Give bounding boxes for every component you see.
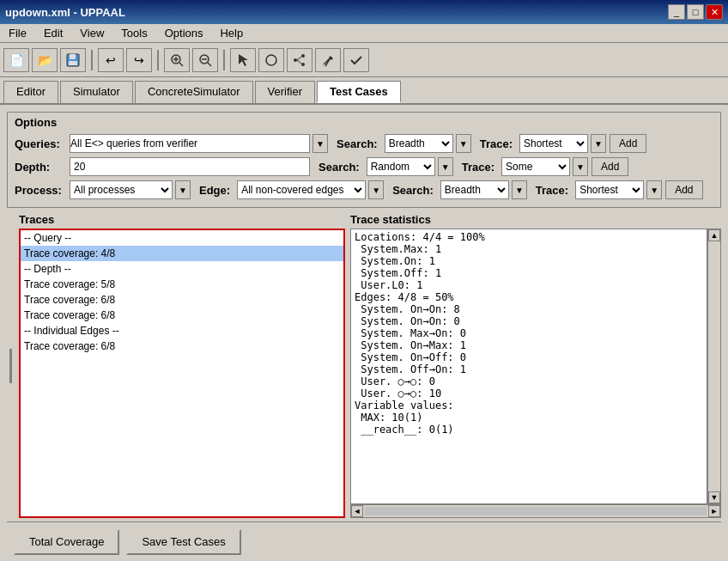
search-dropdown-2[interactable]: ▼	[438, 157, 453, 176]
search-select-1[interactable]: Breadth	[385, 134, 453, 153]
trace-item-2[interactable]: -- Depth --	[21, 261, 343, 277]
trace-label-3: Trace:	[536, 184, 568, 197]
search-dropdown-1[interactable]: ▼	[456, 134, 471, 153]
edge-dropdown[interactable]: ▼	[368, 180, 384, 199]
stat-line-8: System. Max→On: 0	[355, 327, 703, 339]
depth-label: Depth:	[15, 161, 66, 174]
stat-line-15: MAX: 10(1)	[355, 412, 703, 424]
tab-concrete-simulator[interactable]: ConcreteSimulator	[135, 81, 253, 103]
tab-simulator[interactable]: Simulator	[60, 81, 133, 103]
stat-line-10: System. On→Off: 0	[355, 351, 703, 363]
menu-file[interactable]: File	[3, 25, 32, 41]
trace-label-1: Trace:	[480, 137, 513, 150]
stat-line-1: System.Max: 1	[355, 243, 703, 255]
trace-item-4[interactable]: Trace coverage: 6/8	[21, 292, 343, 308]
search-label-1: Search:	[337, 137, 378, 150]
svg-marker-10	[239, 54, 248, 66]
menu-edit[interactable]: Edit	[39, 25, 68, 41]
search-select-2[interactable]: Random	[367, 157, 435, 176]
add-button-3[interactable]: Add	[665, 180, 702, 199]
add-button-1[interactable]: Add	[610, 134, 646, 153]
trace-item-0[interactable]: -- Query --	[21, 230, 343, 246]
menu-options[interactable]: Options	[160, 25, 209, 41]
toolbar-open[interactable]: 📂	[32, 48, 58, 72]
toolbar: 📄 📂 ↩ ↪	[0, 43, 728, 77]
stat-line-5: Edges: 4/8 = 50%	[355, 291, 703, 303]
toolbar-sep1	[91, 50, 93, 70]
queries-dropdown[interactable]: ▼	[312, 134, 328, 153]
window-controls: _ □ ✕	[668, 4, 723, 20]
depth-input[interactable]	[70, 157, 310, 176]
toolbar-new[interactable]: 📄	[3, 48, 29, 72]
traces-title: Traces	[19, 213, 345, 226]
maximize-button[interactable]: □	[687, 4, 704, 20]
menu-help[interactable]: Help	[215, 25, 248, 41]
stat-line-6: System. On→On: 8	[355, 303, 703, 315]
scroll-down-btn[interactable]: ▼	[708, 491, 720, 503]
trace-select-3[interactable]: Shortest	[575, 180, 644, 199]
trace-select-1[interactable]: Shortest	[519, 134, 588, 153]
add-button-2[interactable]: Add	[592, 157, 628, 176]
svg-rect-2	[69, 61, 77, 65]
svg-line-16	[297, 60, 301, 64]
toolbar-check[interactable]	[343, 48, 369, 72]
toolbar-zoom-in[interactable]	[164, 48, 190, 72]
stat-line-12: User. ○→○: 0	[355, 375, 703, 387]
stats-scrollbar[interactable]: ▲ ▼	[707, 229, 721, 504]
toolbar-zoom-out[interactable]	[192, 48, 218, 72]
search-select-3[interactable]: Breadth	[440, 180, 509, 199]
menu-tools[interactable]: Tools	[116, 25, 152, 41]
toolbar-redo[interactable]: ↪	[126, 48, 152, 72]
scroll-up-btn[interactable]: ▲	[708, 229, 720, 241]
trace-item-5[interactable]: Trace coverage: 6/8	[21, 308, 343, 323]
trace-item-3[interactable]: Trace coverage: 5/8	[21, 277, 343, 292]
queries-input[interactable]	[70, 134, 310, 153]
trace-item-7[interactable]: Trace coverage: 6/8	[21, 338, 343, 354]
title-bar: updown.xml - UPPAAL _ □ ✕	[0, 0, 728, 24]
queries-row: Queries: ▼ Search: Breadth ▼ Trace: Shor…	[15, 134, 713, 153]
process-dropdown[interactable]: ▼	[175, 180, 191, 199]
stats-content: Locations: 4/4 = 100% System.Max: 1 Syst…	[350, 229, 707, 504]
options-title: Options	[15, 116, 713, 129]
traces-list[interactable]: -- Query -- Trace coverage: 4/8 -- Depth…	[19, 229, 345, 518]
close-button[interactable]: ✕	[706, 4, 723, 20]
trace-dropdown-3[interactable]: ▼	[646, 180, 662, 199]
toolbar-pointer[interactable]	[230, 48, 256, 72]
trace-item-1[interactable]: Trace coverage: 4/8	[21, 246, 343, 261]
tab-test-cases[interactable]: Test Cases	[317, 81, 401, 103]
search-label-3: Search:	[392, 184, 434, 197]
stat-line-14: Variable values:	[355, 399, 703, 412]
stats-hscrollbar[interactable]: ◄ ►	[350, 504, 721, 518]
traces-panel: Traces -- Query -- Trace coverage: 4/8 -…	[19, 213, 345, 518]
trace-select-2[interactable]: Some	[501, 157, 570, 176]
main-content: Options Queries: ▼ Search: Breadth ▼ Tra…	[0, 105, 728, 561]
splitter[interactable]	[7, 213, 14, 518]
toolbar-sep3	[223, 50, 225, 70]
scroll-left-btn[interactable]: ◄	[351, 505, 363, 517]
minimize-button[interactable]: _	[668, 4, 685, 20]
menu-view[interactable]: View	[75, 25, 109, 41]
edge-select[interactable]: All non-covered edges	[237, 180, 366, 199]
tabs-row: Editor Simulator ConcreteSimulator Verif…	[0, 77, 728, 105]
trace-dropdown-2[interactable]: ▼	[573, 157, 588, 176]
svg-line-4	[179, 63, 183, 66]
tab-editor[interactable]: Editor	[3, 81, 58, 103]
stat-line-2: System.On: 1	[355, 255, 703, 267]
toolbar-save[interactable]	[60, 48, 86, 72]
tab-verifier[interactable]: Verifier	[255, 81, 315, 103]
toolbar-circle[interactable]	[258, 48, 284, 72]
search-label-2: Search:	[318, 161, 360, 174]
stat-line-3: System.Off: 1	[355, 267, 703, 279]
search-dropdown-3[interactable]: ▼	[512, 180, 527, 199]
toolbar-undo[interactable]: ↩	[98, 48, 124, 72]
toolbar-share[interactable]	[287, 48, 312, 72]
save-test-cases-button[interactable]: Save Test Cases	[126, 529, 240, 555]
trace-item-6[interactable]: -- Individual Edges --	[21, 323, 343, 338]
trace-dropdown-1[interactable]: ▼	[591, 134, 606, 153]
scroll-right-btn[interactable]: ►	[708, 505, 720, 517]
total-coverage-button[interactable]: Total Coverage	[14, 529, 119, 555]
stat-line-0: Locations: 4/4 = 100%	[355, 231, 703, 243]
process-select[interactable]: All processes	[70, 180, 173, 199]
options-section: Options Queries: ▼ Search: Breadth ▼ Tra…	[7, 112, 721, 208]
toolbar-pencil[interactable]	[315, 48, 341, 72]
